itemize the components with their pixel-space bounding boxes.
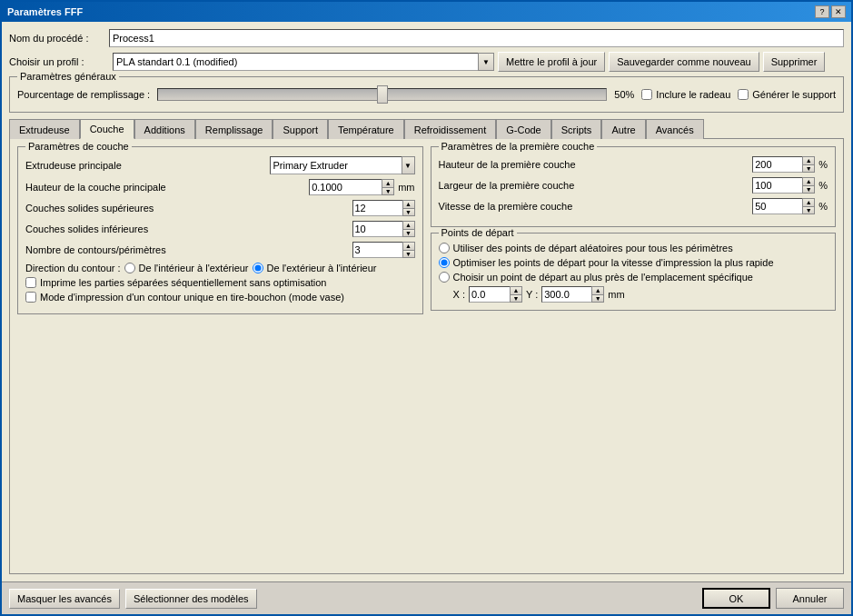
couches-sup-up[interactable]: ▲ <box>403 201 414 209</box>
tab-couche[interactable]: Couche <box>80 119 134 139</box>
couches-inf-spin: ▲ ▼ <box>352 221 415 237</box>
largeur-premiere-down[interactable]: ▼ <box>803 186 814 194</box>
x-spin: ▲ ▼ <box>469 286 522 303</box>
params-generaux-title: Paramètres généraux <box>17 71 119 82</box>
extrudeuse-dropdown-wrapper: ▼ <box>270 156 415 174</box>
selectionner-modeles-button[interactable]: Sélectionner des modèles <box>125 589 257 609</box>
y-up[interactable]: ▲ <box>592 287 603 295</box>
largeur-premiere-input[interactable] <box>752 177 802 194</box>
generer-support-label: Générer le support <box>752 89 836 100</box>
window-content: Nom du procédé : Choisir un profil : ▼ M… <box>2 22 851 581</box>
x-down[interactable]: ▼ <box>511 295 521 303</box>
couches-solides-sup-label: Couches solides supérieures <box>25 203 349 214</box>
vitesse-premiere-spin: ▲ ▼ <box>752 198 815 214</box>
couches-sup-input[interactable] <box>352 200 402 216</box>
profil-dropdown-btn[interactable]: ▼ <box>478 53 494 71</box>
mettre-a-jour-button[interactable]: Mettre le profil à jour <box>498 52 605 72</box>
masquer-avances-button[interactable]: Masquer les avancés <box>9 589 120 609</box>
footer-right: OK Annuler <box>702 588 844 609</box>
pourcentage-label: Pourcentage de remplissage : <box>17 89 150 100</box>
couches-sup-down[interactable]: ▼ <box>403 209 414 216</box>
hauteur-couche-up[interactable]: ▲ <box>382 180 393 188</box>
direction-row: Direction du contour : De l'intérieur à … <box>25 263 415 273</box>
x-label: X : <box>453 289 465 300</box>
nb-contours-row: Nombre de contours/périmètres ▲ ▼ <box>25 242 415 258</box>
couches-inf-down[interactable]: ▼ <box>403 230 414 237</box>
sauvegarder-button[interactable]: Sauvegarder comme nouveau <box>609 52 759 72</box>
slider-container <box>157 88 607 101</box>
extrudeuse-label: Extrudeuse principale <box>25 160 266 171</box>
footer: Masquer les avancés Sélectionner des mod… <box>2 581 851 614</box>
couches-sup-spin: ▲ ▼ <box>352 200 415 216</box>
nb-contours-down[interactable]: ▼ <box>403 251 414 258</box>
checkbox1[interactable] <box>25 277 36 288</box>
window-title: Paramètres FFF <box>7 6 83 17</box>
vitesse-premiere-up[interactable]: ▲ <box>803 199 814 207</box>
couches-solides-sup-row: Couches solides supérieures ▲ ▼ <box>25 200 415 216</box>
first-layer-title: Paramètres de la première couche <box>439 141 598 152</box>
tab-refroidissement[interactable]: Refroidissement <box>404 119 496 139</box>
depart-radio1[interactable] <box>439 243 450 253</box>
hauteur-couche-unit: mm <box>398 182 414 193</box>
depart-radio3[interactable] <box>439 272 450 283</box>
tab-autre[interactable]: Autre <box>601 119 645 139</box>
depart-radio2-label: Optimiser les points de départ pour la v… <box>453 257 774 268</box>
direction-option1: De l'intérieur à l'extérieur <box>139 263 249 273</box>
hauteur-couche-input[interactable] <box>309 179 382 195</box>
help-button[interactable]: ? <box>815 5 829 18</box>
annuler-button[interactable]: Annuler <box>776 588 844 609</box>
couches-inf-up[interactable]: ▲ <box>403 222 414 230</box>
vitesse-premiere-spinbtns: ▲ ▼ <box>802 198 815 214</box>
direction-option2: De l'extérieur à l'intérieur <box>267 263 377 273</box>
vitesse-premiere-down[interactable]: ▼ <box>803 207 814 214</box>
couches-sup-spinbtns: ▲ ▼ <box>402 200 415 216</box>
x-up[interactable]: ▲ <box>511 287 521 295</box>
profil-input[interactable] <box>113 53 478 71</box>
direction-radio2[interactable] <box>253 263 263 273</box>
inclure-radeau-checkbox[interactable] <box>641 89 652 100</box>
general-params-row: Pourcentage de remplissage : 50% Inclure… <box>17 84 836 104</box>
checkbox2[interactable] <box>25 292 36 303</box>
y-down[interactable]: ▼ <box>592 295 603 303</box>
nb-contours-up[interactable]: ▲ <box>403 243 414 251</box>
vitesse-premiere-input[interactable] <box>752 198 802 214</box>
tab-support[interactable]: Support <box>273 119 328 139</box>
hauteur-couche-down[interactable]: ▼ <box>382 188 393 195</box>
couches-inf-input[interactable] <box>352 221 402 237</box>
depart-radio1-label: Utiliser des points de départ aléatoires… <box>453 243 733 253</box>
largeur-premiere-up[interactable]: ▲ <box>803 178 814 186</box>
depart-radio3-label: Choisir un point de départ au plus près … <box>453 272 753 283</box>
nom-procede-input[interactable] <box>109 29 844 47</box>
ok-button[interactable]: OK <box>702 588 770 609</box>
nb-contours-input[interactable] <box>352 242 402 258</box>
y-input[interactable] <box>541 286 591 303</box>
tab-temperature[interactable]: Température <box>328 119 404 139</box>
close-button[interactable]: ✕ <box>831 5 846 18</box>
nb-contours-spin: ▲ ▼ <box>352 242 415 258</box>
hauteur-premiere-down[interactable]: ▼ <box>803 165 814 173</box>
hauteur-premiere-up[interactable]: ▲ <box>803 157 814 165</box>
extrudeuse-dropdown-btn[interactable]: ▼ <box>402 156 415 174</box>
direction-radio1[interactable] <box>124 263 135 273</box>
tab-additions[interactable]: Additions <box>134 119 195 139</box>
depart-radio2[interactable] <box>439 257 450 268</box>
x-input[interactable] <box>469 286 510 303</box>
supprimer-button[interactable]: Supprimer <box>763 52 826 72</box>
generer-support-checkbox[interactable] <box>738 89 749 100</box>
first-layer-group: Paramètres de la première couche Hauteur… <box>431 146 837 227</box>
tab-avances[interactable]: Avancés <box>646 119 704 139</box>
y-label: Y : <box>526 289 538 300</box>
radio1-row: Utiliser des points de départ aléatoires… <box>439 243 828 253</box>
nom-procede-label: Nom du procédé : <box>9 33 109 44</box>
fill-slider[interactable] <box>157 88 607 101</box>
tab-gcode[interactable]: G-Code <box>496 119 551 139</box>
tab-extrudeuse[interactable]: Extrudeuse <box>9 119 80 139</box>
hauteur-premiere-row: Hauteur de la première couche ▲ ▼ % <box>439 156 828 173</box>
tab-scripts[interactable]: Scripts <box>551 119 602 139</box>
largeur-premiere-row: Largeur de la première couche ▲ ▼ % <box>439 177 828 194</box>
extrudeuse-input[interactable] <box>270 156 402 174</box>
radio2-row: Optimiser les points de départ pour la v… <box>439 257 828 268</box>
tab-remplissage[interactable]: Remplissage <box>195 119 273 139</box>
hauteur-premiere-input[interactable] <box>752 156 802 173</box>
hauteur-premiere-spinbtns: ▲ ▼ <box>802 156 815 173</box>
